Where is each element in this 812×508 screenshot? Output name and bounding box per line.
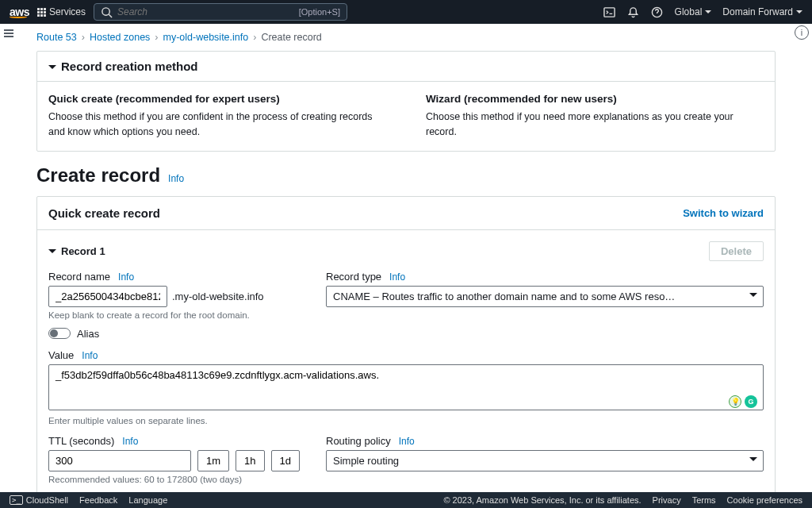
footer-terms[interactable]: Terms bbox=[692, 495, 716, 505]
ttl-hint: Recommended values: 60 to 172800 (two da… bbox=[48, 475, 294, 484]
topnav-right: Global Domain Forward bbox=[603, 6, 802, 18]
help-panel-toggle[interactable]: i bbox=[795, 25, 809, 40]
info-link[interactable]: Info bbox=[82, 350, 98, 361]
creation-method-header[interactable]: Record creation method bbox=[37, 52, 775, 82]
ttl-1d-button[interactable]: 1d bbox=[271, 450, 300, 471]
hamburger-icon bbox=[4, 33, 13, 34]
quick-create-panel: Quick create record Switch to wizard Rec… bbox=[36, 196, 776, 493]
value-label: Value bbox=[48, 349, 74, 361]
delete-record-button: Delete bbox=[709, 241, 764, 261]
info-link[interactable]: Info bbox=[168, 173, 184, 184]
collapse-icon[interactable] bbox=[48, 249, 56, 257]
method-quick-desc: Choose this method if you are confident … bbox=[48, 110, 386, 140]
svg-rect-2 bbox=[604, 7, 615, 16]
creation-method-title: Record creation method bbox=[61, 60, 198, 73]
record-name-input[interactable] bbox=[48, 286, 167, 307]
method-wizard-desc: Choose this method if you need more expl… bbox=[426, 110, 764, 140]
info-link[interactable]: Info bbox=[122, 436, 138, 447]
grid-icon bbox=[37, 8, 46, 17]
breadcrumb: Route 53 › Hosted zones › my-old-website… bbox=[17, 24, 795, 51]
record-type-label: Record type bbox=[326, 271, 381, 283]
region-label: Global bbox=[675, 6, 703, 17]
search-icon bbox=[101, 6, 113, 18]
footer-cloudshell-label: CloudShell bbox=[26, 495, 68, 505]
creation-method-panel: Record creation method Quick create (rec… bbox=[36, 51, 776, 152]
record-heading: Record 1 bbox=[61, 245, 105, 257]
chevron-right-icon: › bbox=[155, 32, 158, 43]
info-link[interactable]: Info bbox=[118, 271, 134, 283]
footer-feedback[interactable]: Feedback bbox=[79, 495, 117, 505]
method-quick-title: Quick create (recommended for expert use… bbox=[48, 93, 386, 105]
ttl-field: TTL (seconds) Info 1m 1h 1d Recommended … bbox=[48, 435, 294, 484]
method-wizard-title: Wizard (recommended for new users) bbox=[426, 93, 764, 105]
breadcrumb-hosted-zones[interactable]: Hosted zones bbox=[90, 32, 150, 43]
chevron-right-icon: › bbox=[253, 32, 256, 43]
routing-policy-field: Routing policy Info Simple routing bbox=[326, 435, 764, 484]
record-type-field: Record type Info CNAME – Routes traffic … bbox=[326, 271, 764, 320]
svg-point-0 bbox=[102, 7, 109, 14]
record-type-select[interactable]: CNAME – Routes traffic to another domain… bbox=[326, 286, 764, 307]
quick-create-title: Quick create record bbox=[48, 206, 160, 220]
notifications-icon[interactable] bbox=[627, 6, 640, 18]
value-textarea[interactable] bbox=[48, 364, 764, 410]
search-box[interactable]: [Option+S] bbox=[94, 3, 347, 21]
top-nav: aws Services [Option+S] Global Domain Fo… bbox=[0, 0, 812, 24]
switch-to-wizard-link[interactable]: Switch to wizard bbox=[683, 207, 764, 219]
alias-toggle[interactable] bbox=[48, 328, 71, 339]
cloudshell-icon[interactable] bbox=[603, 6, 616, 18]
domain-suffix: .my-old-website.info bbox=[172, 291, 264, 302]
record-name-hint: Keep blank to create a record for the ro… bbox=[48, 310, 294, 320]
footer-bar: CloudShell Feedback Language © 2023, Ama… bbox=[0, 492, 812, 508]
breadcrumb-zone[interactable]: my-old-website.info bbox=[163, 32, 249, 43]
record-name-field: Record name Info .my-old-website.info Ke… bbox=[48, 271, 294, 320]
aws-logo-text: aws bbox=[10, 6, 29, 18]
info-link[interactable]: Info bbox=[389, 271, 405, 283]
method-quick-create[interactable]: Quick create (recommended for expert use… bbox=[48, 93, 386, 140]
grammarly-widget: 💡 G bbox=[729, 395, 757, 408]
ttl-label: TTL (seconds) bbox=[48, 435, 114, 447]
ttl-1m-button[interactable]: 1m bbox=[197, 450, 229, 471]
footer-copyright: © 2023, Amazon Web Services, Inc. or its… bbox=[443, 495, 641, 505]
record-1-section: Record 1 Delete Record name Info .my-old… bbox=[37, 230, 775, 493]
account-label: Domain Forward bbox=[722, 6, 793, 17]
chevron-right-icon: › bbox=[82, 32, 85, 43]
side-nav-toggle[interactable] bbox=[0, 24, 17, 43]
page-title-row: Create record Info bbox=[36, 164, 776, 187]
services-menu[interactable]: Services bbox=[37, 6, 86, 17]
value-field: Value Info 💡 G Enter multiple values on … bbox=[48, 349, 764, 425]
method-wizard[interactable]: Wizard (recommended for new users) Choos… bbox=[426, 93, 764, 140]
main-content: Route 53 › Hosted zones › my-old-website… bbox=[17, 24, 795, 492]
quick-create-header: Quick create record Switch to wizard bbox=[37, 197, 775, 230]
page-title: Create record bbox=[36, 164, 160, 187]
region-selector[interactable]: Global bbox=[675, 6, 712, 17]
aws-logo[interactable]: aws bbox=[10, 6, 29, 18]
alias-label: Alias bbox=[77, 328, 99, 340]
value-hint: Enter multiple values on separate lines. bbox=[48, 416, 764, 425]
help-icon[interactable] bbox=[651, 6, 664, 18]
svg-line-1 bbox=[109, 14, 112, 17]
footer-cloudshell[interactable]: CloudShell bbox=[10, 495, 68, 505]
footer-privacy[interactable]: Privacy bbox=[653, 495, 681, 505]
ttl-1h-button[interactable]: 1h bbox=[236, 450, 264, 471]
services-label: Services bbox=[49, 6, 86, 17]
grammarly-bulb-icon[interactable]: 💡 bbox=[729, 395, 741, 408]
search-shortcut-hint: [Option+S] bbox=[299, 7, 340, 17]
breadcrumb-current: Create record bbox=[261, 32, 321, 43]
ttl-input[interactable] bbox=[48, 450, 191, 471]
footer-language[interactable]: Language bbox=[128, 495, 167, 505]
collapse-icon bbox=[48, 65, 56, 73]
routing-policy-label: Routing policy bbox=[326, 435, 391, 447]
search-input[interactable] bbox=[117, 6, 294, 17]
routing-policy-select[interactable]: Simple routing bbox=[326, 450, 764, 471]
info-link[interactable]: Info bbox=[399, 436, 415, 447]
record-name-label: Record name bbox=[48, 271, 110, 283]
footer-cookies[interactable]: Cookie preferences bbox=[727, 495, 802, 505]
grammarly-icon[interactable]: G bbox=[745, 395, 757, 408]
breadcrumb-route53[interactable]: Route 53 bbox=[36, 32, 77, 43]
account-menu[interactable]: Domain Forward bbox=[722, 6, 802, 17]
